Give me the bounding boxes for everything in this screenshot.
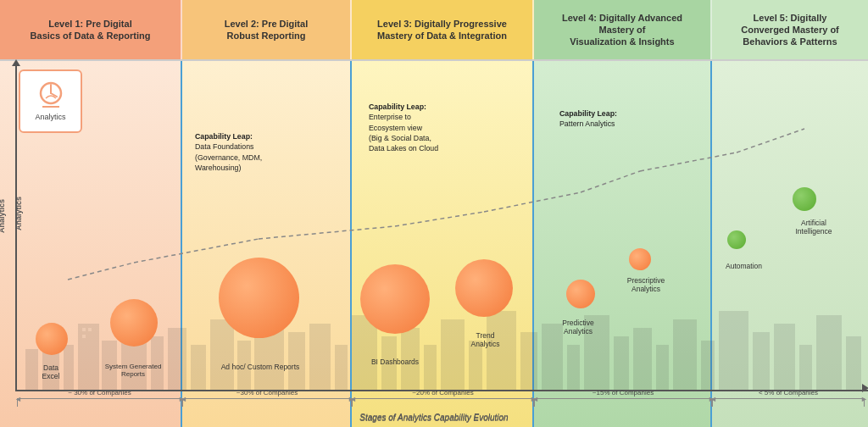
bubble-label-predictive: PredictiveAnalytics (544, 319, 612, 336)
bubble-data-excel (36, 323, 68, 355)
svg-rect-24 (567, 345, 580, 391)
bubble-trend-analytics (455, 259, 513, 317)
company-pct-col3: ~20% of Companies ◄ ► (352, 389, 534, 407)
svg-rect-39 (82, 335, 86, 338)
y-axis-label-text: Analytics (0, 199, 6, 233)
col2-header-label: Level 2: Pre DigitalRobust Reporting (225, 18, 308, 42)
svg-rect-19 (441, 319, 465, 391)
bubble-label-prescriptive: PrescriptiveAnalytics (609, 276, 683, 293)
col2-header: Level 2: Pre DigitalRobust Reporting (182, 0, 352, 59)
col3-header-label: Level 3: Digitally ProgressiveMastery of… (377, 18, 507, 42)
bubble-automation (727, 230, 746, 249)
svg-rect-3 (78, 324, 99, 391)
col1-header: Level 1: Pre DigitalBasics of Data & Rep… (0, 0, 182, 59)
bubble-prescriptive (629, 248, 651, 270)
bubble-adhoc (219, 258, 299, 338)
svg-rect-21 (487, 311, 516, 391)
bubble-label-trend-analytics: TrendAnalytics (453, 331, 517, 348)
svg-rect-38 (88, 328, 92, 331)
svg-rect-20 (469, 341, 482, 391)
bubble-sys-reports (110, 299, 158, 347)
company-pct-col1: ~ 30% of Companies ◄ ► (17, 389, 182, 407)
svg-rect-9 (210, 319, 234, 391)
bubble-label-data-excel: DataExcel (25, 363, 76, 380)
bubble-label-ai: ArtificialIntelligence (780, 219, 848, 236)
col1-header-label: Level 1: Pre DigitalBasics of Data & Rep… (31, 18, 151, 42)
col4-header: Level 4: Digitally AdvancedMastery ofVis… (534, 0, 712, 59)
bubble-predictive (566, 280, 595, 308)
svg-rect-12 (288, 332, 305, 391)
svg-rect-35 (816, 315, 842, 391)
header-row: Level 1: Pre DigitalBasics of Data & Rep… (0, 0, 868, 61)
svg-rect-32 (753, 332, 770, 391)
svg-rect-33 (774, 324, 795, 391)
svg-rect-30 (701, 341, 715, 391)
svg-rect-28 (656, 345, 669, 391)
bubble-label-automation: Automation (716, 262, 771, 270)
col5-header-label: Level 5: DigitallyConverged Mastery ofBe… (741, 12, 839, 48)
svg-rect-7 (168, 328, 186, 391)
col4-header-label: Level 4: Digitally AdvancedMastery ofVis… (562, 12, 682, 48)
bubble-ai (793, 187, 816, 211)
svg-rect-18 (424, 345, 437, 391)
svg-rect-34 (799, 345, 812, 391)
analytics-box: Analytics (19, 69, 82, 133)
company-pct-col5: < 5% of Companies ◄ ► (712, 389, 865, 407)
svg-rect-27 (633, 328, 652, 391)
svg-rect-14 (335, 345, 348, 391)
bubble-label-adhoc: Ad hoc/ Custom Reports (209, 363, 311, 371)
bubble-label-bi-dashboards: BI Dashboards (360, 358, 430, 366)
capability-col2: Capability Leap:Data Foundations(Governa… (195, 131, 305, 173)
svg-rect-37 (82, 328, 86, 331)
svg-rect-36 (846, 336, 861, 391)
capability-col3: Capability Leap:Enterprise toEcosystem v… (369, 102, 496, 154)
analytics-chart: Level 1: Pre DigitalBasics of Data & Rep… (0, 0, 868, 427)
svg-rect-29 (673, 319, 697, 391)
company-pct-col2: ~30% of Companies ◄ ► (182, 389, 352, 407)
svg-rect-26 (614, 336, 629, 391)
capability-col4: Capability Leap:Pattern Analytics (559, 108, 670, 130)
col3-header: Level 3: Digitally ProgressiveMastery of… (352, 0, 534, 59)
analytics-label: Analytics (35, 113, 65, 121)
bubble-bi-dashboards (360, 264, 430, 334)
svg-rect-8 (191, 345, 206, 391)
col5-header: Level 5: DigitallyConverged Mastery ofBe… (712, 0, 868, 59)
svg-rect-22 (520, 332, 537, 391)
svg-rect-31 (719, 311, 748, 391)
company-pct-col4: ~15% of Companies ◄ ► (534, 389, 712, 407)
x-axis-label-text: Stages of Analytics Capability Evolution (359, 413, 508, 422)
y-axis-label: Analytics (14, 197, 23, 230)
analytics-icon (34, 81, 68, 111)
svg-rect-13 (309, 324, 331, 391)
bubble-label-sys-reports: System GeneratedReports (95, 363, 171, 378)
